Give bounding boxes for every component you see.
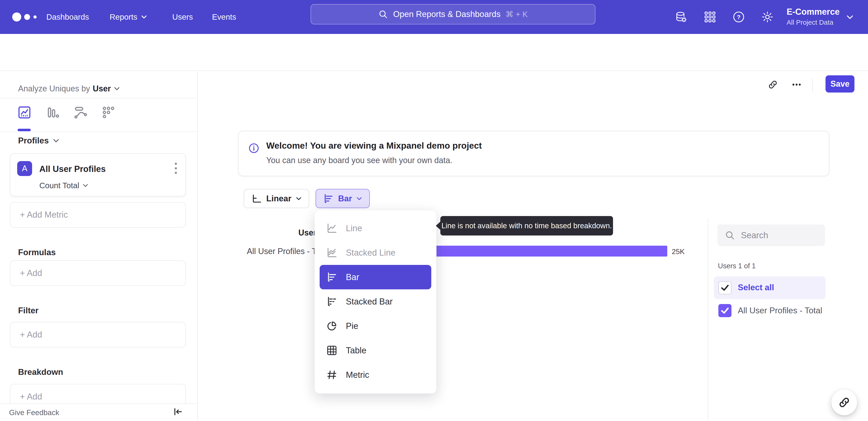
add-filter-button[interactable]: + Add bbox=[10, 322, 186, 347]
chart-type-selector-button[interactable]: Bar bbox=[315, 189, 370, 208]
tab-insights[interactable] bbox=[17, 105, 32, 120]
project-scope: All Project Data bbox=[786, 18, 850, 27]
banner-title: Welcome! You are viewing a Mixpanel demo… bbox=[266, 141, 482, 151]
chevron-down-icon bbox=[53, 137, 60, 144]
mixpanel-logo[interactable] bbox=[12, 11, 39, 23]
menu-item-metric[interactable]: Metric bbox=[315, 363, 436, 387]
metric-card[interactable]: A All User Profiles Count Total bbox=[10, 153, 186, 196]
menu-item-bar[interactable]: Bar bbox=[320, 265, 431, 289]
panel-divider bbox=[708, 218, 708, 421]
aggregation-label: Count Total bbox=[39, 181, 79, 190]
pie-chart-icon bbox=[326, 320, 338, 332]
axis-linear-icon bbox=[251, 193, 262, 204]
tooltip-text: Line is not available with no time based… bbox=[441, 222, 612, 230]
legend-select-all-row[interactable]: Select all bbox=[714, 276, 826, 299]
sidebar-footer: Give Feedback bbox=[0, 403, 197, 421]
chart-type-menu: Line Stacked Line Bar bbox=[314, 210, 436, 394]
tooltip-arrow bbox=[436, 221, 441, 230]
copy-link-icon[interactable] bbox=[767, 79, 778, 90]
info-icon bbox=[249, 143, 259, 153]
metric-name[interactable]: All User Profiles bbox=[39, 164, 106, 174]
add-formula-button[interactable]: + Add bbox=[10, 260, 186, 286]
banner-subtitle: You can use any board you see with your … bbox=[266, 156, 452, 165]
menu-item-pie[interactable]: Pie bbox=[315, 314, 436, 338]
top-nav: Dashboards Reports Users Events Open Rep… bbox=[0, 0, 868, 34]
link-icon bbox=[838, 396, 851, 409]
add-metric-button[interactable]: + Add Metric bbox=[10, 202, 186, 228]
disabled-option-tooltip: Line is not available with no time based… bbox=[440, 216, 613, 235]
global-search-placeholder: Open Reports & Dashboards bbox=[393, 9, 500, 19]
nav-item-label: Users bbox=[172, 12, 193, 22]
section-label: Profiles bbox=[18, 136, 49, 145]
analyze-by-control[interactable]: Analyze Uniques by User bbox=[18, 84, 120, 93]
nav-item-label: Reports bbox=[110, 12, 137, 22]
save-button[interactable]: Save bbox=[826, 75, 855, 92]
profiles-section-header[interactable]: Profiles bbox=[18, 136, 60, 145]
menu-item-stacked-bar[interactable]: Stacked Bar bbox=[315, 289, 436, 314]
apps-grid-icon[interactable] bbox=[704, 11, 716, 23]
svg-text:?: ? bbox=[737, 14, 741, 21]
search-icon bbox=[725, 230, 735, 241]
menu-item-label: Stacked Bar bbox=[346, 297, 393, 307]
analyze-by-label: Analyze Uniques by bbox=[18, 84, 90, 93]
table-icon bbox=[326, 344, 338, 356]
add-label: + Add bbox=[20, 392, 42, 401]
project-switcher[interactable]: E-Commerce All Project Data bbox=[786, 6, 850, 27]
tab-funnels[interactable] bbox=[45, 105, 60, 120]
divider bbox=[0, 132, 198, 132]
help-icon[interactable]: ? bbox=[733, 11, 745, 23]
stacked-bar-chart-icon bbox=[326, 296, 338, 307]
metric-options-icon[interactable] bbox=[171, 160, 180, 176]
analyze-by-value: User bbox=[93, 84, 111, 93]
global-search-shortcut: ⌘ + K bbox=[505, 10, 528, 19]
collapse-sidebar-icon[interactable] bbox=[173, 406, 183, 417]
scale-selector-button[interactable]: Linear bbox=[244, 189, 309, 208]
breakdown-section-header: Breakdown bbox=[18, 367, 63, 377]
metric-hash-icon bbox=[326, 369, 338, 381]
copy-link-fab[interactable] bbox=[831, 390, 857, 415]
nav-item-users[interactable]: Users bbox=[172, 0, 193, 34]
tab-flows[interactable] bbox=[73, 105, 88, 120]
nav-item-label: Dashboards bbox=[46, 12, 89, 22]
menu-item-stacked-line: Stacked Line bbox=[315, 241, 436, 265]
check-icon bbox=[719, 282, 731, 294]
metric-badge: A bbox=[17, 161, 32, 176]
menu-item-table[interactable]: Table bbox=[315, 338, 436, 363]
bar-chart-icon bbox=[323, 193, 334, 204]
nav-item-dashboards[interactable]: Dashboards bbox=[46, 0, 89, 34]
chart-type-label: Bar bbox=[338, 194, 352, 203]
menu-item-label: Table bbox=[346, 346, 366, 356]
data-management-icon[interactable] bbox=[675, 11, 688, 23]
select-all-label: Select all bbox=[738, 283, 774, 292]
check-icon bbox=[719, 305, 731, 317]
metric-aggregation-selector[interactable]: Count Total bbox=[39, 181, 89, 190]
chevron-down-icon bbox=[82, 183, 89, 189]
chevron-down-icon bbox=[114, 85, 120, 92]
legend-search-placeholder: Search bbox=[741, 230, 768, 240]
add-metric-label: + Add Metric bbox=[20, 210, 68, 220]
more-options-icon[interactable] bbox=[791, 79, 802, 90]
stacked-line-chart-icon bbox=[326, 247, 338, 259]
report-header: Untitled + Add description... Save bbox=[0, 34, 868, 71]
legend-search-input[interactable]: Search bbox=[717, 224, 825, 246]
add-label: + Add bbox=[20, 268, 42, 278]
scale-label: Linear bbox=[266, 194, 291, 203]
chevron-down-icon bbox=[356, 195, 363, 202]
menu-item-label: Line bbox=[346, 224, 362, 233]
settings-gear-icon[interactable] bbox=[761, 11, 774, 23]
global-search-bar[interactable]: Open Reports & Dashboards ⌘ + K bbox=[311, 4, 595, 24]
chevron-down-icon bbox=[296, 195, 302, 202]
bar-chart-icon bbox=[326, 271, 338, 283]
nav-item-label: Events bbox=[212, 12, 236, 22]
nav-item-reports[interactable]: Reports bbox=[110, 0, 147, 34]
mixpanel-insights-app: Dashboards Reports Users Events Open Rep… bbox=[0, 0, 868, 421]
give-feedback-link[interactable]: Give Feedback bbox=[9, 408, 59, 417]
formulas-section-header: Formulas bbox=[18, 248, 56, 257]
series-checkbox[interactable] bbox=[718, 304, 732, 317]
select-all-checkbox[interactable] bbox=[718, 281, 732, 294]
chevron-down-icon bbox=[846, 13, 854, 21]
tab-retention[interactable] bbox=[101, 105, 116, 120]
project-name: E-Commerce bbox=[786, 6, 850, 18]
nav-item-events[interactable]: Events bbox=[212, 0, 236, 34]
legend-series-row[interactable]: All User Profiles - Total bbox=[714, 301, 826, 321]
